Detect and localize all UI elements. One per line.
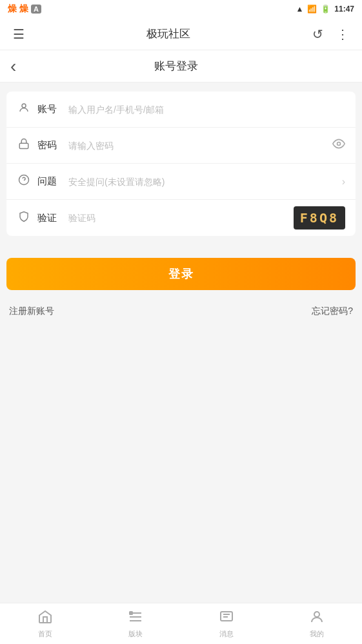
account-label: 账号	[37, 103, 61, 115]
refresh-icon: ↺	[312, 26, 323, 42]
status-right: ▲ 📶 🔋 11:47	[296, 5, 354, 14]
nav-profile[interactable]: 我的	[272, 605, 362, 643]
login-button-area: 登录	[0, 245, 362, 297]
status-time: 11:47	[334, 5, 354, 14]
navbar-title: 极玩社区	[146, 26, 190, 41]
menu-icon: ☰	[13, 26, 25, 42]
profile-icon	[309, 609, 325, 627]
signal-icon: 📶	[307, 5, 317, 14]
captcha-row: 验证 F8Q8	[6, 200, 356, 236]
page-header: ‹ 账号登录	[0, 50, 362, 83]
back-icon: ‹	[10, 56, 16, 76]
app-badge: A	[31, 5, 41, 14]
nav-sections[interactable]: 版块	[90, 605, 181, 643]
navbar: ☰ 极玩社区 ↺ ⋮	[0, 18, 362, 50]
svg-point-0	[22, 104, 26, 108]
page-title: 账号登录	[21, 59, 331, 73]
back-button[interactable]: ‹	[10, 54, 21, 79]
captcha-text: F8Q8	[294, 206, 345, 229]
bottom-nav: 首页 版块 消息 我的	[0, 603, 362, 644]
sections-icon	[128, 609, 143, 627]
status-app-name: 燥 燥 A	[8, 3, 41, 15]
nav-home-label: 首页	[38, 629, 52, 639]
login-label: 登录	[168, 268, 194, 280]
login-form-card: 账号 密码 问题 ›	[6, 92, 356, 236]
nav-sections-label: 版块	[128, 629, 143, 639]
captcha-input[interactable]	[68, 213, 294, 223]
refresh-button[interactable]: ↺	[310, 24, 326, 44]
home-icon	[37, 609, 53, 627]
links-row: 注册新账号 忘记密码?	[0, 297, 362, 317]
login-button[interactable]: 登录	[6, 258, 356, 290]
register-link[interactable]: 注册新账号	[9, 306, 54, 317]
account-input[interactable]	[68, 104, 345, 115]
svg-point-2	[337, 142, 341, 146]
shield-icon	[17, 211, 31, 226]
nav-messages-label: 消息	[219, 629, 234, 639]
eye-icon[interactable]	[332, 137, 345, 153]
password-row: 密码	[6, 128, 356, 164]
security-row: 问题 ›	[6, 164, 356, 200]
password-icon	[17, 138, 31, 153]
captcha-image-area[interactable]: F8Q8	[294, 206, 345, 229]
navbar-right: ↺ ⋮	[310, 24, 352, 44]
account-row: 账号	[6, 92, 356, 128]
more-icon: ⋮	[336, 26, 349, 42]
svg-rect-1	[19, 143, 28, 148]
nav-home[interactable]: 首页	[0, 605, 90, 643]
question-label: 问题	[37, 175, 61, 188]
status-bar: 燥 燥 A ▲ 📶 🔋 11:47	[0, 0, 362, 18]
menu-button[interactable]: ☰	[10, 24, 27, 44]
battery-icon: 🔋	[321, 5, 330, 14]
nav-messages[interactable]: 消息	[181, 605, 272, 643]
security-arrow-icon: ›	[342, 176, 345, 188]
account-icon	[17, 102, 31, 117]
more-button[interactable]: ⋮	[334, 24, 352, 44]
messages-icon	[219, 609, 234, 627]
wifi-icon: ▲	[296, 5, 303, 14]
flame-icon: 燥	[8, 3, 17, 15]
question-icon	[17, 174, 31, 189]
password-label: 密码	[37, 139, 61, 151]
bottom-spacer	[0, 317, 362, 369]
navbar-left: ☰	[10, 24, 27, 44]
password-input[interactable]	[68, 141, 332, 151]
nav-profile-label: 我的	[310, 629, 324, 639]
forgot-password-link[interactable]: 忘记密码?	[312, 306, 353, 317]
captcha-label: 验证	[37, 212, 61, 224]
flame-icon2: 燥	[19, 3, 28, 15]
svg-point-12	[314, 612, 319, 617]
security-input[interactable]	[68, 177, 337, 187]
